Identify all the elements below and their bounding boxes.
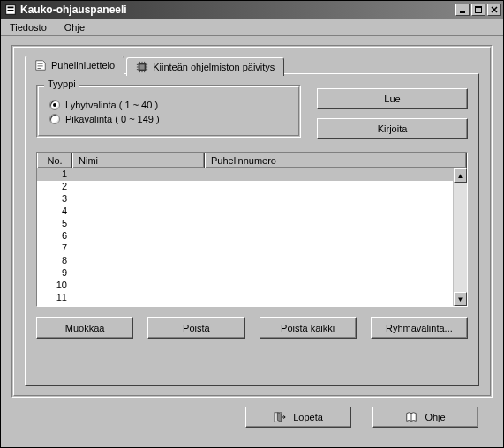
cell-no: 8: [37, 255, 72, 267]
radio-speed-dial[interactable]: Lyhytvalinta ( 1 ~ 40 ): [49, 100, 288, 110]
cell-no: 1: [37, 168, 72, 181]
radio-icon: [49, 114, 60, 124]
cell-no: 7: [37, 243, 72, 255]
write-label: Kirjoita: [378, 123, 408, 134]
cell-no: 5: [37, 218, 72, 230]
write-button[interactable]: Kirjoita: [317, 118, 468, 139]
group-dial-label: Ryhmävalinta...: [386, 323, 453, 333]
cell-no: 2: [37, 181, 72, 193]
read-label: Lue: [384, 93, 400, 104]
table-row[interactable]: 9: [37, 267, 453, 280]
list-rows[interactable]: 1234567891011: [37, 168, 453, 306]
action-buttons: Muokkaa Poista Poista kaikki Ryhmävalint…: [36, 317, 468, 339]
table-row[interactable]: 7: [37, 243, 453, 255]
tab-firmware[interactable]: Kiinteän ohjelmiston päivitys: [126, 57, 284, 76]
delete-label: Poista: [183, 323, 210, 333]
radio-quick-dial[interactable]: Pikavalinta ( 0 ~ 149 ): [49, 114, 288, 124]
tab-phonebook[interactable]: Puhelinluettelo: [25, 56, 124, 74]
table-row[interactable]: 5: [37, 218, 453, 230]
app-window: Kauko-ohjauspaneeli Tiedosto Ohje Puheli…: [0, 0, 504, 448]
exit-icon: [274, 411, 286, 423]
cell-phone: [205, 280, 453, 292]
cell-no: 11: [37, 292, 72, 304]
scroll-track[interactable]: [454, 183, 467, 292]
svg-rect-1: [460, 11, 465, 13]
app-icon: [4, 4, 17, 16]
edit-button[interactable]: Muokkaa: [36, 317, 133, 339]
chip-icon: [136, 61, 148, 73]
table-row[interactable]: 11: [37, 292, 453, 304]
scroll-down-icon[interactable]: ▼: [454, 292, 467, 306]
delete-all-label: Poista kaikki: [281, 323, 335, 333]
menubar: Tiedosto Ohje: [1, 19, 503, 36]
cell-name: [72, 205, 205, 218]
radio-speed-label: Lyhytvalinta ( 1 ~ 40 ): [65, 100, 158, 110]
phonebook-icon: [34, 59, 47, 71]
svg-rect-5: [140, 64, 145, 69]
quit-label: Lopeta: [293, 412, 323, 422]
delete-button[interactable]: Poista: [147, 317, 244, 339]
help-button[interactable]: Ohje: [372, 407, 478, 428]
cell-phone: [205, 243, 453, 255]
quit-button[interactable]: Lopeta: [245, 407, 351, 428]
list-header: No. Nimi Puhelinnumero: [37, 153, 467, 168]
edit-label: Muokkaa: [65, 323, 105, 333]
menu-help[interactable]: Ohje: [59, 20, 90, 34]
tab-phonebook-label: Puhelinluettelo: [51, 60, 115, 71]
book-icon: [405, 411, 417, 423]
radio-quick-label: Pikavalinta ( 0 ~ 149 ): [65, 114, 160, 124]
delete-all-button[interactable]: Poista kaikki: [260, 317, 357, 339]
radio-icon: [49, 100, 60, 110]
cell-phone: [205, 255, 453, 267]
dialog-footer: Lopeta Ohje: [11, 398, 493, 438]
cell-phone: [205, 230, 453, 243]
cell-name: [72, 267, 205, 280]
cell-phone: [205, 168, 453, 181]
phonebook-list: No. Nimi Puhelinnumero 1234567891011 ▲ ▼: [36, 152, 468, 307]
cell-name: [72, 181, 205, 193]
maximize-button[interactable]: [471, 4, 485, 16]
menu-file[interactable]: Tiedosto: [4, 20, 52, 34]
window-title: Kauko-ohjauspaneeli: [20, 4, 455, 16]
cell-no: 6: [37, 230, 72, 243]
tab-firmware-label: Kiinteän ohjelmiston päivitys: [153, 62, 275, 72]
cell-name: [72, 255, 205, 267]
cell-name: [72, 168, 205, 181]
list-scrollbar[interactable]: ▲ ▼: [453, 168, 467, 306]
cell-name: [72, 292, 205, 304]
col-header-name[interactable]: Nimi: [72, 153, 205, 168]
cell-phone: [205, 205, 453, 218]
cell-name: [72, 218, 205, 230]
table-row[interactable]: 3: [37, 193, 453, 205]
cell-name: [72, 243, 205, 255]
table-row[interactable]: 4: [37, 205, 453, 218]
cell-no: 3: [37, 193, 72, 205]
tab-content: Tyyppi Lyhytvalinta ( 1 ~ 40 ) Pikavalin…: [25, 73, 479, 386]
col-header-no[interactable]: No.: [37, 153, 72, 168]
table-row[interactable]: 1: [37, 168, 453, 181]
col-header-phone[interactable]: Puhelinnumero: [205, 153, 467, 168]
table-row[interactable]: 8: [37, 255, 453, 267]
group-dial-button[interactable]: Ryhmävalinta...: [371, 317, 468, 339]
type-groupbox: Tyyppi Lyhytvalinta ( 1 ~ 40 ) Pikavalin…: [36, 85, 301, 138]
table-row[interactable]: 10: [37, 280, 453, 292]
cell-no: 4: [37, 205, 72, 218]
cell-no: 10: [37, 280, 72, 292]
type-legend: Tyyppi: [44, 78, 79, 89]
scroll-up-icon[interactable]: ▲: [454, 168, 467, 183]
cell-phone: [205, 292, 453, 304]
cell-name: [72, 230, 205, 243]
cell-phone: [205, 181, 453, 193]
tab-strip: Puhelinluettelo Kiinteän ohjelmiston päi…: [25, 56, 479, 74]
table-row[interactable]: 2: [37, 181, 453, 193]
table-row[interactable]: 6: [37, 230, 453, 243]
cell-phone: [205, 218, 453, 230]
cell-name: [72, 193, 205, 205]
cell-phone: [205, 267, 453, 280]
read-button[interactable]: Lue: [317, 88, 468, 109]
help-label: Ohje: [425, 412, 445, 422]
titlebar: Kauko-ohjauspaneeli: [1, 1, 503, 19]
cell-phone: [205, 193, 453, 205]
minimize-button[interactable]: [455, 4, 470, 16]
close-button[interactable]: [487, 4, 501, 16]
